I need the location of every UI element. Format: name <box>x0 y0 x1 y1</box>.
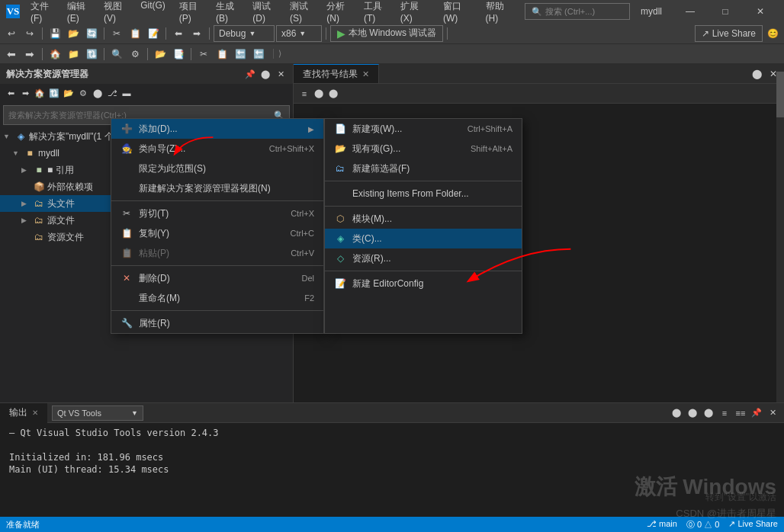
context-menu-paste[interactable]: 📋 粘贴(P) Ctrl+V <box>111 243 323 263</box>
bottom-pin[interactable]: 📌 <box>750 406 763 420</box>
context-menu-cut[interactable]: ✂ 剪切(T) Ctrl+X <box>111 204 323 223</box>
bottom-tab-output[interactable]: 输出 ✕ <box>0 403 47 423</box>
panel-icon-pin[interactable]: 📌 <box>244 68 256 80</box>
context-menu-add[interactable]: ➕ 添加(D)... ▶ <box>111 119 323 139</box>
tb2-btn-11[interactable]: 📋 <box>214 46 230 62</box>
output-source-dropdown[interactable]: Qt VS Tools ▼ <box>52 405 143 421</box>
toolbar-feedback[interactable]: 😊 <box>764 25 781 42</box>
toolbar-btn-2[interactable]: ↪ <box>21 25 38 42</box>
context-menu-properties[interactable]: 🔧 属性(R) <box>111 313 323 333</box>
platform-dropdown[interactable]: x86 ▼ <box>276 25 322 42</box>
bottom-toolbar-3[interactable]: ⬤ <box>702 406 715 420</box>
context-menu-copy[interactable]: 📋 复制(Y) Ctrl+C <box>111 223 323 243</box>
output-line-2 <box>9 440 775 450</box>
fr-toolbar-1[interactable]: ≡ <box>298 88 310 100</box>
tb2-btn-2[interactable]: ➡ <box>21 46 38 62</box>
bottom-close[interactable]: ✕ <box>766 406 779 420</box>
context-menu-wizard[interactable]: 🧙 类向导(Z)... Ctrl+Shift+X <box>111 139 323 159</box>
menu-test[interactable]: 测试(S) <box>284 0 319 27</box>
right-panel-scrollbar[interactable] <box>776 64 784 402</box>
tb2-btn-3[interactable]: 🏠 <box>47 46 63 62</box>
delete-icon: ✕ <box>120 272 133 284</box>
tab-action-pin[interactable]: ⬤ <box>749 66 764 82</box>
bottom-toolbar-5[interactable]: ≡≡ <box>734 406 747 420</box>
menu-tools[interactable]: 工具(T) <box>358 0 393 27</box>
se-toolbar-forward[interactable]: ➡ <box>19 87 31 99</box>
submenu-class[interactable]: ◈ 类(C)... <box>325 229 522 248</box>
menu-file[interactable]: 文件(F) <box>24 0 59 27</box>
toolbar-btn-9[interactable]: ➡ <box>188 25 205 42</box>
toolbar-btn-8[interactable]: ⬅ <box>170 25 187 42</box>
tb2-btn-1[interactable]: ⬅ <box>3 46 20 62</box>
folder-icon: 🗂 <box>33 214 45 226</box>
bottom-tab-close[interactable]: ✕ <box>32 409 38 417</box>
menu-git[interactable]: Git(G) <box>134 0 172 27</box>
minimize-button[interactable]: — <box>673 0 708 23</box>
context-menu-rename[interactable]: 重命名(M) F2 <box>111 288 323 308</box>
toolbar-btn-3[interactable]: 📂 <box>65 25 82 42</box>
se-toolbar-home[interactable]: 🏠 <box>34 87 46 99</box>
tab-find-results[interactable]: 查找符号结果 ✕ <box>294 64 379 83</box>
submenu-new-item[interactable]: 📄 新建项(W)... Ctrl+Shift+A <box>325 119 522 139</box>
se-toolbar-collapse[interactable]: 📂 <box>63 87 75 99</box>
context-submenu: 📄 新建项(W)... Ctrl+Shift+A 📂 现有项(G)... Shi… <box>324 118 522 334</box>
toolbar-btn-save[interactable]: 💾 <box>47 25 63 42</box>
menu-window[interactable]: 窗口(W) <box>437 0 475 27</box>
toolbar-btn-1[interactable]: ↩ <box>3 25 20 42</box>
bottom-toolbar-1[interactable]: ⬤ <box>670 406 683 420</box>
tab-close-find[interactable]: ✕ <box>362 69 369 79</box>
tb2-btn-5[interactable]: 🔃 <box>83 46 100 62</box>
fr-toolbar-2[interactable]: ⬤ <box>313 88 325 100</box>
tb2-btn-12[interactable]: 🔙 <box>232 46 249 62</box>
close-button[interactable]: ✕ <box>743 0 778 23</box>
menu-extensions[interactable]: 扩展(X) <box>394 0 429 27</box>
scrollbar-thumb[interactable] <box>776 72 784 117</box>
bottom-toolbar-2[interactable]: ⬤ <box>686 406 699 420</box>
se-toolbar-git[interactable]: ⎇ <box>106 87 118 99</box>
submenu-existing-item[interactable]: 📂 现有项(G)... Shift+Alt+A <box>325 139 522 159</box>
se-toolbar-refresh[interactable]: 🔃 <box>48 87 60 99</box>
tb2-btn-13[interactable]: 🔚 <box>250 46 267 62</box>
toolbar-btn-6[interactable]: 📋 <box>127 25 143 42</box>
panel-icon-close[interactable]: ✕ <box>275 68 287 80</box>
tree-label: 头文件 <box>47 197 75 210</box>
context-menu-newview[interactable]: 新建解决方案资源管理器视图(N) <box>111 178 323 198</box>
context-menu-scope[interactable]: 限定为此范围(S) <box>111 159 323 178</box>
se-toolbar-back[interactable]: ⬅ <box>5 87 17 99</box>
menu-build[interactable]: 生成(B) <box>210 0 245 27</box>
context-menu-delete[interactable]: ✕ 删除(D) Del <box>111 268 323 288</box>
tb2-btn-8[interactable]: 📂 <box>152 46 169 62</box>
live-share-button[interactable]: ↗ Live Share <box>695 25 763 42</box>
se-toolbar-more[interactable]: ▬ <box>120 87 133 99</box>
menu-view[interactable]: 视图(V) <box>98 0 133 27</box>
title-search-box[interactable]: 🔍 搜索 (Ctrl+...) <box>525 3 630 20</box>
tb2-btn-4[interactable]: 📁 <box>65 46 82 62</box>
se-toolbar-filter[interactable]: ⚙ <box>77 87 89 99</box>
tb2-btn-10[interactable]: ✂ <box>195 46 212 62</box>
menu-debug[interactable]: 调试(D) <box>246 0 282 27</box>
panel-icon-expand[interactable]: ⬤ <box>259 68 272 80</box>
submenu-editorconfig[interactable]: 📝 新建 EditorConfig <box>325 274 522 293</box>
menu-analyze[interactable]: 分析(N) <box>320 0 356 27</box>
submenu-new-filter[interactable]: 🗂 新建筛选器(F) <box>325 159 522 178</box>
toolbar-btn-5[interactable]: ✂ <box>108 25 125 42</box>
submenu-resource[interactable]: ◇ 资源(R)... <box>325 248 522 268</box>
tb2-btn-9[interactable]: 📑 <box>170 46 187 62</box>
se-toolbar-settings[interactable]: ⬤ <box>92 87 104 99</box>
submenu-folder-items[interactable]: Existing Items From Folder... <box>325 184 522 204</box>
tb2-btn-6[interactable]: 🔍 <box>108 46 125 62</box>
bottom-toolbar-4[interactable]: ≡ <box>718 406 731 420</box>
toolbar-btn-4[interactable]: 🔄 <box>83 25 100 42</box>
fr-toolbar-3[interactable]: ⬤ <box>327 88 339 100</box>
tree-label: 资源文件 <box>47 231 84 244</box>
menu-project[interactable]: 项目(P) <box>173 0 208 27</box>
tb2-btn-7[interactable]: ⚙ <box>127 46 143 62</box>
run-button[interactable]: ▶ 本地 Windows 调试器 <box>330 25 443 42</box>
play-icon: ▶ <box>337 27 345 40</box>
menu-edit[interactable]: 编辑(E) <box>61 0 96 27</box>
menu-help[interactable]: 帮助(H) <box>480 0 516 27</box>
maximize-button[interactable]: □ <box>708 0 743 23</box>
toolbar-btn-7[interactable]: 📝 <box>145 25 162 42</box>
debug-config-dropdown[interactable]: Debug ▼ <box>214 25 275 42</box>
submenu-module[interactable]: ⬡ 模块(M)... <box>325 209 522 229</box>
